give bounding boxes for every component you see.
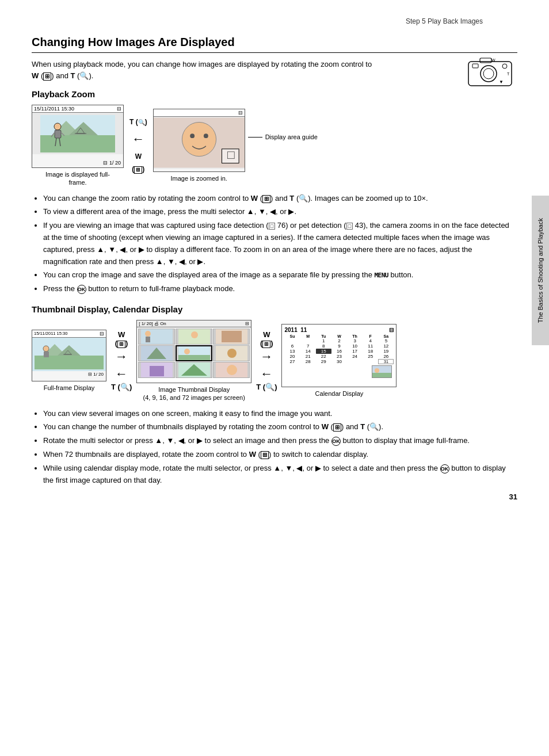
thumb-grid-caption: Image Thumbnail Display(4, 9, 16, and 72… [143,385,245,402]
svg-point-15 [54,123,61,130]
svg-point-24 [204,133,208,138]
camera-icon: ▼ W T [466,55,517,89]
thumb-grid-inner [137,327,251,379]
thumb-cell-9 [213,362,250,378]
svg-point-54 [227,365,237,375]
thumb-bullet-1: You can view several images on one scree… [43,408,517,420]
zoomed-diagram-wrapper: ⊟ [153,109,245,182]
side-tab-text: The Basics of Shooting and Playback [536,218,544,323]
thumb-fullframe-box: 15/11/2011 15:30 ⊟ [32,330,106,381]
thumb-cell-6 [213,345,250,361]
thumb-bullet-2: You can change the number of thumbnails … [43,421,517,433]
zoom-bullet-2: To view a different area of the image, p… [43,206,517,218]
svg-text:W: W [491,58,495,62]
zoomed-header: ⊟ [154,109,245,117]
thumb-fullframe-header: 15/11/2011 15:30 ⊟ [32,330,106,338]
svg-point-57 [375,368,379,373]
svg-text:T: T [507,72,510,76]
svg-text:▼: ▼ [499,79,504,85]
svg-rect-41 [222,331,242,342]
guide-line [248,137,262,138]
display-guide-area: Display area guide [248,133,318,158]
svg-rect-25 [222,149,239,163]
svg-point-36 [145,331,151,337]
thumb-grid-content [137,327,251,379]
display-guide-line: Display area guide [248,133,318,140]
fullframe-diagram-wrapper: 15/11/2011 15:30 ⊟ [32,105,124,187]
thumb-bullet-list: You can view several images on one scree… [32,408,517,487]
playback-zoom-title: Playback Zoom [32,89,517,99]
intro-text: When using playback mode, you can change… [32,59,377,81]
zoomed-box: ⊟ [153,109,245,172]
side-tab: The Basics of Shooting and Playback [532,196,549,345]
wt-arrows-left: W(⊞) → ← T (🔍) [111,330,132,391]
fullframe-caption: Image is displayed full-frame. [45,170,110,187]
header-text: Step 5 Play Back Images [406,17,483,25]
svg-point-2 [483,68,494,79]
playback-zoom-diagram-area: 15/11/2011 15:30 ⊟ [32,105,517,187]
svg-rect-50 [150,366,164,376]
svg-point-4 [502,64,507,68]
thumb-grid-box: [ 1/ 20] 🖨 On ⊟ [136,320,251,383]
svg-rect-3 [480,58,491,63]
main-title: Changing How Images Are Displayed [32,36,517,53]
thumbnail-diagram-area: 15/11/2011 15:30 ⊟ [32,320,517,402]
svg-point-1 [481,66,497,82]
svg-rect-16 [55,130,61,138]
thumb-cell-2 [176,329,212,345]
thumb-bullet-5: While using calendar display mode, rotat… [43,463,517,487]
calendar-box: 2011 11 ⊟ Su M Tu W Th F Sa 1 [281,324,396,387]
zoom-bullet-3: If you are viewing an image that was cap… [43,220,517,268]
svg-point-31 [43,346,49,352]
thumb-cell-3 [213,329,250,345]
thumb-cell-7 [138,362,175,378]
thumb-grid-header: [ 1/ 20] 🖨 On ⊟ [137,320,251,327]
zoom-bullet-list: You can change the zoom ratio by rotatin… [32,193,517,295]
svg-rect-32 [44,352,49,357]
thumb-fullframe-wrapper: 15/11/2011 15:30 ⊟ [32,330,106,392]
zoom-arrows: T (🔍) ← W (⊞) [129,118,147,174]
thumb-cell-8 [176,362,212,378]
thumbnail-title: Thumbnail Display, Calendar Display [32,304,517,314]
svg-rect-45 [178,355,210,361]
zoom-bullet-4: You can crop the image and save the disp… [43,269,517,281]
svg-point-23 [190,133,195,138]
zoomed-caption: Image is zoomed in. [170,174,227,182]
fullframe-header: 15/11/2011 15:30 ⊟ [32,105,123,113]
thumb-fullframe-content [32,338,106,371]
svg-point-48 [227,349,237,358]
thumb-cell-1 [138,329,175,345]
thumbnail-section: Thumbnail Display, Calendar Display 15/1… [32,304,517,486]
thumb-grid-wrapper: [ 1/ 20] 🖨 On ⊟ [136,320,251,402]
svg-rect-10 [40,135,115,152]
zoom-bullet-5: Press the OK button to return to full-fr… [43,283,517,295]
calendar-grid: Su M Tu W Th F Sa 1 2 3 4 5 [284,334,394,364]
fullframe-box: 15/11/2011 15:30 ⊟ [32,105,124,168]
thumb-bullet-3: Rotate the multi selector or press ▲, ▼,… [43,435,517,447]
display-guide-label: Display area guide [265,133,318,140]
playback-zoom-section: Playback Zoom 15/11/2011 15:30 ⊟ [32,89,517,187]
zoom-bullet-1: You can change the zoom ratio by rotatin… [43,193,517,205]
calendar-header: 2011 11 ⊟ [284,327,394,333]
page-header: Step 5 Play Back Images [32,17,517,25]
svg-point-39 [191,331,198,338]
svg-point-22 [182,123,216,156]
thumb-fullframe-caption: Full-frame Display [44,384,95,392]
svg-point-46 [184,349,190,354]
thumb-cell-5 [176,345,212,361]
svg-rect-5 [472,64,478,68]
page-number: 31 [509,492,517,501]
calendar-caption: Calendar Display [315,390,364,398]
svg-rect-28 [35,356,104,369]
thumb-cell-4 [138,345,175,361]
svg-rect-0 [468,62,512,86]
svg-rect-56 [372,373,392,378]
wt-arrows-right: W(⊞) → ← T (🔍) [256,330,277,391]
calendar-wrapper: 2011 11 ⊟ Su M Tu W Th F Sa 1 [281,324,396,398]
thumb-bullet-4: When 72 thumbnails are displayed, rotate… [43,449,517,461]
svg-rect-37 [146,337,150,342]
